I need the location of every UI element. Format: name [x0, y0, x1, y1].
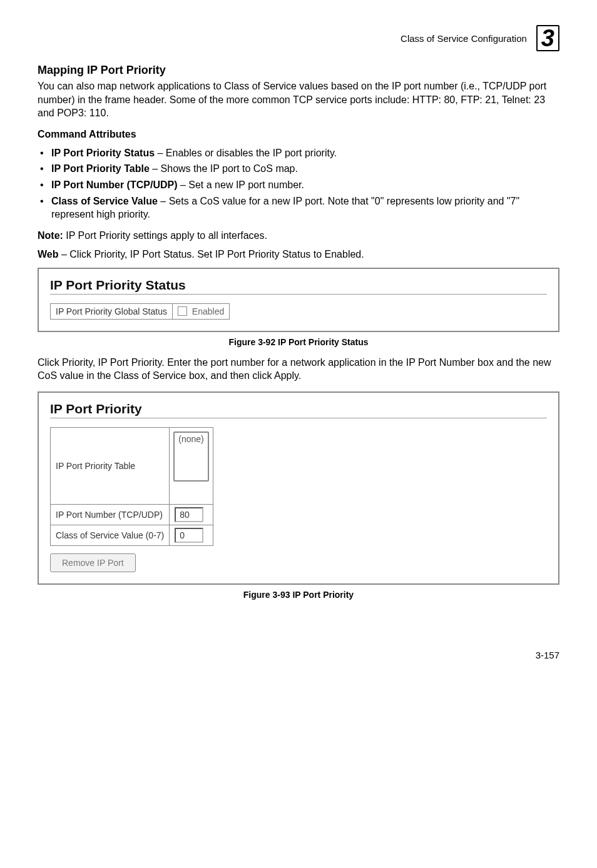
- attr-label: IP Port Priority Table: [51, 163, 150, 174]
- chapter-badge: 3: [536, 25, 559, 51]
- checkbox-label: Enabled: [190, 306, 224, 316]
- figure-caption-93: Figure 3-93 IP Port Priority: [38, 590, 559, 600]
- port-number-cell: 80: [170, 504, 213, 525]
- cos-value-cell: 0: [170, 525, 213, 545]
- section-title: Mapping IP Port Priority: [38, 64, 559, 77]
- attr-label: Class of Service Value: [51, 196, 158, 206]
- port-number-label: IP Port Number (TCP/UDP): [51, 504, 170, 525]
- attr-label: IP Port Priority Status: [51, 148, 155, 158]
- web-line: Web – Click Priority, IP Port Status. Se…: [38, 249, 559, 260]
- web-label: Web: [38, 249, 58, 260]
- command-attributes-heading: Command Attributes: [38, 129, 559, 140]
- panel-title: IP Port Priority: [50, 401, 547, 418]
- list-item: Class of Service Value – Sets a CoS valu…: [38, 194, 559, 221]
- port-number-value: 80: [180, 510, 190, 520]
- attributes-list: IP Port Priority Status – Enables or dis…: [38, 146, 559, 221]
- page-number: 3-157: [38, 650, 559, 660]
- status-row-label: IP Port Priority Global Status: [51, 303, 173, 319]
- note-text: IP Port Priority settings apply to all i…: [63, 230, 267, 241]
- page-running-header: Class of Service Configuration 3: [38, 25, 559, 51]
- remove-ip-port-button[interactable]: Remove IP Port: [50, 553, 136, 572]
- priority-table-select-value: (none): [178, 434, 203, 444]
- section-intro: You can also map network applications to…: [38, 79, 559, 120]
- between-panels-text: Click Priority, IP Port Priority. Enter …: [38, 356, 559, 383]
- list-item: IP Port Priority Table – Shows the IP po…: [38, 162, 559, 176]
- breadcrumb: Class of Service Configuration: [401, 33, 527, 44]
- priority-table: IP Port Priority Table (none) IP Port Nu…: [50, 427, 213, 546]
- cos-value-input[interactable]: 0: [175, 528, 203, 543]
- note-label: Note:: [38, 230, 63, 241]
- remove-ip-port-button-label: Remove IP Port: [62, 558, 124, 568]
- attr-text: – Enables or disables the IP port priori…: [155, 148, 337, 158]
- note-line: Note: IP Port Priority settings apply to…: [38, 230, 559, 241]
- priority-table-select[interactable]: (none): [173, 431, 208, 482]
- panel-title: IP Port Priority Status: [50, 278, 547, 295]
- list-item: IP Port Priority Status – Enables or dis…: [38, 146, 559, 160]
- priority-table-select-cell: (none): [170, 427, 213, 504]
- ip-port-priority-status-panel: IP Port Priority Status IP Port Priority…: [38, 268, 559, 332]
- status-table: IP Port Priority Global Status Enabled: [50, 303, 230, 320]
- list-item: IP Port Number (TCP/UDP) – Set a new IP …: [38, 178, 559, 192]
- attr-text: – Set a new IP port number.: [178, 179, 305, 190]
- ip-port-priority-panel: IP Port Priority IP Port Priority Table …: [38, 391, 559, 585]
- cos-value-label: Class of Service Value (0-7): [51, 525, 170, 545]
- web-text: – Click Priority, IP Port Status. Set IP…: [58, 249, 364, 260]
- port-number-input[interactable]: 80: [175, 507, 203, 522]
- priority-table-label: IP Port Priority Table: [51, 427, 170, 504]
- status-row-value-cell: Enabled: [172, 303, 229, 319]
- cos-value-value: 0: [180, 530, 185, 540]
- figure-caption-92: Figure 3-92 IP Port Priority Status: [38, 337, 559, 347]
- attr-text: – Shows the IP port to CoS map.: [150, 163, 298, 174]
- enabled-checkbox[interactable]: [178, 306, 187, 316]
- attr-label: IP Port Number (TCP/UDP): [51, 179, 178, 190]
